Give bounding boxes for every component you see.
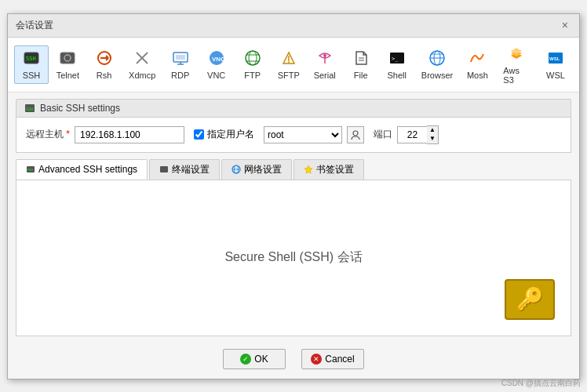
- svg-point-37: [353, 131, 358, 136]
- protocol-rsh[interactable]: Rsh: [87, 45, 122, 84]
- protocol-ssh[interactable]: SSH SSH: [14, 45, 49, 84]
- user-browse-icon: [350, 129, 361, 140]
- port-group: 端口 ▲ ▼: [374, 125, 439, 144]
- protocol-rsh-label: Rsh: [97, 71, 112, 80]
- protocol-vnc[interactable]: VNC VNC: [199, 45, 234, 84]
- protocol-serial-label: Serial: [314, 71, 336, 80]
- svg-marker-44: [304, 165, 312, 173]
- svg-text:VNC: VNC: [212, 56, 225, 63]
- section-icon: SSH: [24, 103, 35, 114]
- specify-username-checkbox-label[interactable]: 指定用户名: [194, 128, 254, 141]
- key-icon: 🔑: [516, 286, 544, 312]
- port-arrows: ▲ ▼: [427, 125, 439, 144]
- shell-icon: >_: [388, 49, 406, 69]
- protocol-xdmcp-label: Xdmcp: [129, 71, 155, 80]
- basic-settings-title: Basic SSH settings: [40, 103, 120, 114]
- port-label: 端口: [374, 128, 392, 141]
- svg-rect-11: [176, 55, 185, 60]
- bookmark-tab-icon: [304, 165, 313, 174]
- tab-network[interactable]: 网络设置: [221, 159, 292, 180]
- protocol-serial[interactable]: Serial: [308, 45, 342, 84]
- protocol-browser-label: Browser: [421, 71, 453, 80]
- wsl-icon: WSL: [547, 49, 564, 69]
- specify-username-checkbox[interactable]: [194, 129, 204, 140]
- port-input[interactable]: [397, 126, 427, 143]
- protocol-telnet-label: Telnet: [57, 71, 79, 80]
- mosh-icon: [469, 49, 486, 69]
- remote-host-label: 远程主机 *: [26, 128, 70, 141]
- basic-settings-body: 远程主机 * 指定用户名 root: [16, 118, 571, 153]
- protocol-telnet[interactable]: Telnet: [50, 45, 86, 84]
- protocol-file-label: File: [354, 71, 368, 80]
- cancel-label: Cancel: [325, 354, 354, 365]
- key-icon-box: 🔑: [505, 279, 555, 320]
- ssh-description: Secure Shell (SSH) 会话: [224, 249, 362, 266]
- protocol-vnc-label: VNC: [207, 71, 225, 80]
- sftp-icon: [280, 49, 297, 69]
- cancel-button[interactable]: ✕ Cancel: [301, 349, 364, 369]
- protocol-aws-s3[interactable]: Aws S3: [496, 41, 537, 89]
- tab-advanced-ssh[interactable]: SSH Advanced SSH settings: [16, 159, 148, 180]
- protocol-mosh-label: Mosh: [467, 71, 488, 80]
- svg-text:SSH: SSH: [26, 56, 36, 62]
- tab-network-label: 网络设置: [244, 163, 282, 176]
- basic-settings-header: SSH Basic SSH settings: [16, 99, 571, 118]
- protocol-rdp[interactable]: RDP: [163, 45, 198, 84]
- svg-point-16: [246, 51, 260, 65]
- advanced-ssh-tab-icon: SSH: [26, 165, 35, 174]
- basic-settings-section: SSH Basic SSH settings 远程主机 * 指定用户名: [16, 99, 571, 153]
- ftp-icon: [244, 49, 261, 69]
- svg-text:SSH: SSH: [27, 168, 34, 172]
- rdp-icon: [172, 49, 189, 69]
- dialog-title: 会话设置: [16, 19, 53, 32]
- port-down-arrow[interactable]: ▼: [427, 135, 438, 143]
- protocol-aws-s3-label: Aws S3: [503, 66, 530, 85]
- protocol-sftp[interactable]: SFTP: [272, 45, 306, 84]
- port-up-arrow[interactable]: ▲: [427, 126, 438, 135]
- file-icon: [352, 49, 370, 69]
- protocol-browser[interactable]: Browser: [416, 45, 459, 84]
- protocol-shell-label: Shell: [387, 71, 406, 80]
- specify-username-group: 指定用户名: [194, 128, 254, 141]
- watermark: CSDN @搞点云南白药: [501, 378, 581, 389]
- username-select[interactable]: root: [264, 126, 342, 143]
- network-tab-icon: [232, 165, 241, 174]
- main-content-area: Secure Shell (SSH) 会话 🔑: [16, 180, 571, 336]
- protocol-shell[interactable]: >_ Shell: [380, 45, 414, 84]
- tabs-bar: SSH Advanced SSH settings 终端设置 网络设置 书签设置: [16, 159, 571, 180]
- rsh-icon: [96, 49, 113, 69]
- terminal-tab-icon: [159, 165, 169, 174]
- tab-bookmark-label: 书签设置: [316, 163, 354, 176]
- protocol-wsl[interactable]: WSL WSL: [538, 45, 573, 84]
- protocol-file[interactable]: File: [344, 45, 378, 84]
- cancel-icon: ✕: [311, 354, 322, 365]
- svg-point-17: [249, 51, 257, 65]
- ssh-icon: SSH: [23, 49, 40, 69]
- tab-terminal[interactable]: 终端设置: [149, 159, 220, 180]
- protocol-wsl-label: WSL: [546, 71, 565, 80]
- tab-bookmark[interactable]: 书签设置: [294, 159, 364, 180]
- protocol-rdp-label: RDP: [171, 71, 189, 80]
- svg-text:WSL: WSL: [549, 56, 560, 61]
- remote-host-group: 远程主机 *: [26, 126, 184, 143]
- serial-icon: [316, 49, 334, 69]
- vnc-icon: VNC: [208, 49, 225, 69]
- protocol-xdmcp[interactable]: Xdmcp: [123, 45, 162, 84]
- protocol-sftp-label: SFTP: [278, 71, 300, 80]
- username-group: root: [264, 126, 364, 143]
- ok-icon: ✓: [240, 354, 251, 365]
- protocol-ftp[interactable]: FTP: [235, 45, 270, 84]
- remote-host-input[interactable]: [75, 126, 184, 143]
- ok-button[interactable]: ✓ OK: [223, 349, 286, 369]
- title-bar: 会话设置 ×: [8, 14, 579, 38]
- port-spinner: ▲ ▼: [397, 125, 439, 144]
- protocol-ssh-label: SSH: [23, 71, 41, 80]
- svg-text:SSH: SSH: [26, 107, 33, 111]
- specify-username-label: 指定用户名: [207, 128, 254, 141]
- close-button[interactable]: ×: [559, 19, 571, 31]
- user-icon-button[interactable]: [347, 126, 364, 143]
- protocol-mosh[interactable]: Mosh: [460, 45, 494, 84]
- footer: ✓ OK ✕ Cancel: [8, 343, 579, 379]
- tab-terminal-label: 终端设置: [172, 163, 210, 176]
- aws-s3-icon: [508, 45, 525, 64]
